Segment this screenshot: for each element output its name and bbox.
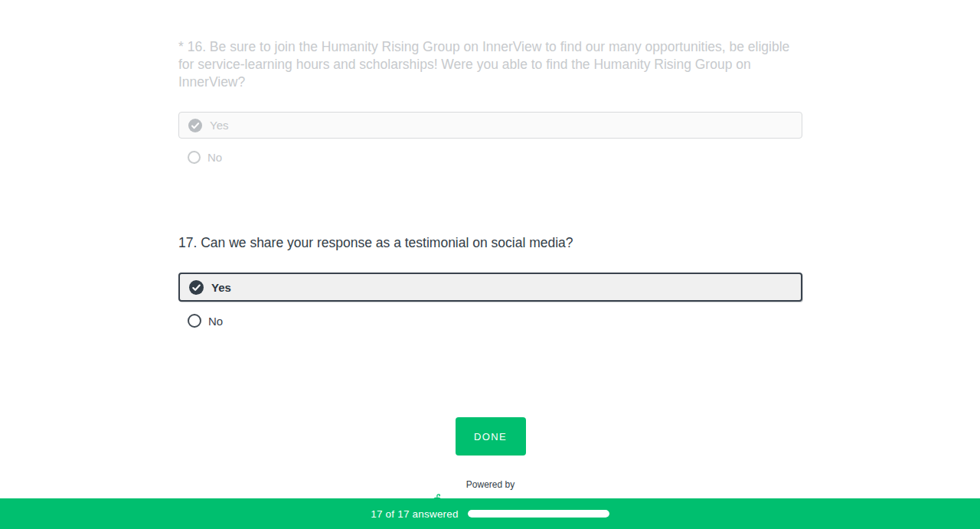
question-17-option-yes[interactable]: Yes bbox=[178, 273, 802, 302]
radio-unselected-icon bbox=[188, 314, 201, 328]
option-label: Yes bbox=[210, 119, 228, 132]
radio-unselected-icon bbox=[188, 151, 201, 164]
question-17: 17. Can we share your response as a test… bbox=[178, 234, 802, 328]
check-circle-icon bbox=[189, 280, 204, 295]
question-16-option-no[interactable]: No bbox=[178, 151, 802, 164]
powered-by-label: Powered by bbox=[178, 479, 802, 490]
powered-by-row: Powered by bbox=[178, 479, 802, 490]
question-16-text: * 16. Be sure to join the Humanity Risin… bbox=[178, 38, 802, 91]
question-16: * 16. Be sure to join the Humanity Risin… bbox=[178, 38, 802, 164]
check-circle-icon bbox=[188, 119, 202, 132]
progress-footer: 17 of 17 answered bbox=[0, 498, 980, 529]
progress-status: 17 of 17 answered bbox=[371, 508, 458, 520]
option-label: Yes bbox=[211, 281, 231, 294]
survey-content: * 16. Be sure to join the Humanity Risin… bbox=[178, 0, 802, 513]
question-16-option-yes[interactable]: Yes bbox=[178, 112, 802, 139]
done-button[interactable]: DONE bbox=[456, 417, 526, 456]
option-label: No bbox=[208, 315, 223, 328]
progress-fill bbox=[468, 510, 609, 518]
question-17-option-no[interactable]: No bbox=[178, 314, 802, 328]
option-label: No bbox=[207, 151, 222, 164]
done-button-row: DONE bbox=[178, 417, 802, 456]
progress-bar bbox=[468, 510, 609, 518]
question-17-text: 17. Can we share your response as a test… bbox=[178, 234, 802, 252]
